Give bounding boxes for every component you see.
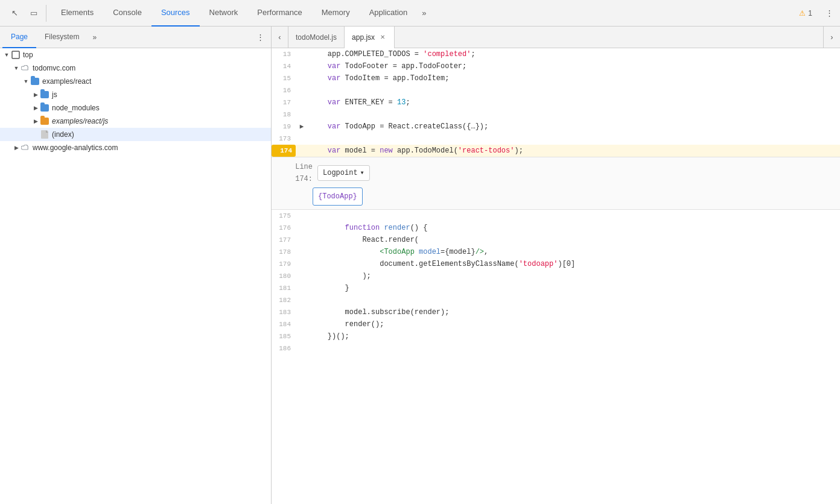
line-content: })();: [308, 330, 840, 342]
line-arrow: [296, 222, 308, 234]
list-item[interactable]: ▶ js: [0, 88, 271, 101]
tree-arrow-nodemodules: ▶: [31, 104, 40, 112]
list-item[interactable]: ▶ examples/react/js: [0, 115, 271, 128]
logpoint-type-label: Logpoint: [323, 167, 358, 179]
line-content: [308, 342, 840, 354]
tab-application[interactable]: Application: [360, 0, 418, 27]
list-item[interactable]: (index): [0, 128, 271, 141]
line-number: 183: [272, 306, 296, 318]
device-toggle-icon[interactable]: ▭: [25, 5, 42, 22]
line-content: React.render(: [308, 234, 840, 246]
code-line-185: 185 })();: [272, 330, 840, 342]
editor-tab-label: todoModel.js: [296, 33, 337, 42]
code-line-184: 184 render();: [272, 318, 840, 330]
list-item[interactable]: ▼ todomvc.com: [0, 61, 271, 75]
tree-item-label: www.google-analytics.com: [33, 143, 118, 152]
code-line-173: 173: [272, 133, 840, 145]
list-item[interactable]: ▼ examples/react: [0, 75, 271, 88]
line-content: function render() {: [308, 222, 840, 234]
chevron-down-icon: ▾: [360, 167, 364, 179]
code-line-14: 14 var TodoFooter = app.TodoFooter;: [272, 60, 840, 72]
tree-item-label: node_modules: [52, 104, 100, 112]
tree-arrow-examples: ▼: [22, 77, 30, 86]
line-content: model.subscribe(render);: [308, 306, 840, 318]
line-arrow: [296, 133, 308, 145]
tree-item-label: top: [23, 51, 33, 59]
tab-console[interactable]: Console: [103, 0, 151, 27]
editor-nav-right-button[interactable]: ›: [823, 27, 840, 48]
sub-tab-more-options[interactable]: ⋮: [252, 29, 269, 46]
code-line-13: 13 app.COMPLETED_TODOS = 'completed';: [272, 48, 840, 60]
line-number: 176: [272, 222, 296, 234]
line-number: 180: [272, 270, 296, 282]
subtab-page[interactable]: Page: [2, 27, 36, 48]
line-number: 178: [272, 246, 296, 258]
line-arrow: [296, 318, 308, 330]
expand-arrow[interactable]: ▶: [296, 121, 308, 133]
code-line-179: 179 document.getElementsByClassName('tod…: [272, 258, 840, 270]
top-right-icons: ⚠ 1 ⋮: [795, 5, 838, 22]
cloud-icon: [21, 143, 30, 153]
line-number: 186: [272, 342, 296, 354]
line-content: <TodoApp model={model}/>,: [308, 246, 840, 258]
sub-tabbar: Page Filesystem » ⋮: [0, 27, 271, 48]
tree-arrow-js: ▶: [31, 90, 40, 99]
line-number-breakpoint[interactable]: 174: [272, 145, 296, 157]
more-options-button[interactable]: ⋮: [821, 5, 838, 22]
toolbar-icons: ↖ ▭: [2, 5, 46, 22]
line-number: 14: [272, 60, 296, 72]
code-line-16: 16: [272, 84, 840, 96]
line-number: 181: [272, 282, 296, 294]
file-icon: [40, 130, 49, 139]
tree-arrow-examplesjs: ▶: [31, 117, 40, 125]
tree-item-label: (index): [52, 130, 74, 139]
line-content: [308, 84, 840, 96]
logpoint-input[interactable]: {TodoApp}: [313, 187, 363, 206]
line-content: );: [308, 270, 840, 282]
line-content: [308, 109, 840, 121]
tab-memory[interactable]: Memory: [312, 0, 360, 27]
list-item[interactable]: ▼ top: [0, 48, 271, 61]
tab-elements[interactable]: Elements: [51, 0, 103, 27]
line-content: [308, 294, 840, 306]
code-line-183: 183 model.subscribe(render);: [272, 306, 840, 318]
line-arrow: [296, 330, 308, 342]
code-line-180: 180 );: [272, 270, 840, 282]
folder-orange-icon: [40, 116, 49, 126]
list-item[interactable]: ▶ www.google-analytics.com: [0, 141, 271, 154]
tab-sources[interactable]: Sources: [151, 0, 200, 27]
line-content: [308, 210, 840, 222]
close-tab-button[interactable]: ✕: [378, 33, 387, 42]
line-arrow: [296, 282, 308, 294]
logpoint-type-dropdown[interactable]: Logpoint ▾: [317, 165, 370, 181]
editor-tab-appjsx[interactable]: app.jsx ✕: [345, 27, 395, 48]
line-number: 175: [272, 210, 296, 222]
warning-badge[interactable]: ⚠ 1: [795, 7, 816, 20]
cursor-icon[interactable]: ↖: [6, 5, 23, 22]
more-tabs-button[interactable]: »: [417, 0, 431, 27]
list-item[interactable]: ▶ node_modules: [0, 101, 271, 115]
folder-blue-icon: [40, 103, 49, 113]
subtab-filesystem[interactable]: Filesystem: [36, 27, 88, 48]
logpoint-overlay: Line 174: Logpoint ▾ {TodoApp}: [272, 157, 840, 210]
tree-arrow-google: ▶: [12, 143, 21, 152]
line-number: 17: [272, 96, 296, 109]
line-content: var TodoItem = app.TodoItem;: [308, 72, 840, 84]
line-arrow: [296, 145, 308, 157]
editor-nav-left-button[interactable]: ‹: [272, 27, 288, 48]
editor-tab-todomodel[interactable]: todoModel.js: [288, 27, 345, 48]
more-subtabs-button[interactable]: »: [88, 33, 101, 42]
tree-arrow-top: ▼: [2, 51, 11, 59]
code-line-176: 176 function render() {: [272, 222, 840, 234]
line-content: var ENTER_KEY = 13;: [308, 96, 840, 109]
line-arrow: [296, 294, 308, 306]
line-arrow: [296, 210, 308, 222]
svg-rect-0: [12, 51, 19, 58]
warning-icon: ⚠: [799, 9, 806, 17]
subtab-actions: ⋮: [252, 29, 269, 46]
right-panel: ‹ todoModel.js app.jsx ✕ › 13 app.COMPLE…: [272, 27, 840, 504]
tab-performance[interactable]: Performance: [247, 0, 311, 27]
tree-item-label: js: [52, 90, 57, 99]
tab-network[interactable]: Network: [200, 0, 248, 27]
code-line-15: 15 var TodoItem = app.TodoItem;: [272, 72, 840, 84]
